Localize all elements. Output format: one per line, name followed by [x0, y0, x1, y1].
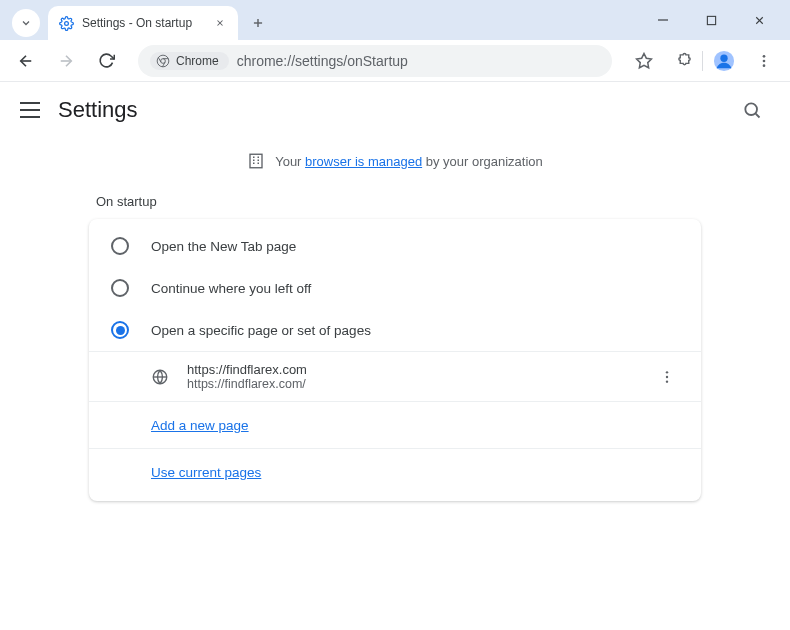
- add-page-row: Add a new page: [89, 401, 701, 448]
- radio-icon: [111, 237, 129, 255]
- star-icon: [635, 52, 653, 70]
- browser-tab[interactable]: Settings - On startup: [48, 6, 238, 40]
- use-current-row: Use current pages: [89, 448, 701, 495]
- reload-icon: [98, 52, 115, 69]
- svg-point-34: [666, 375, 668, 377]
- tab-close-button[interactable]: [212, 15, 228, 31]
- startup-page-item: https://findflarex.com https://findflare…: [89, 351, 701, 401]
- settings-gear-icon: [58, 15, 74, 31]
- use-current-link[interactable]: Use current pages: [151, 465, 261, 480]
- settings-content: Your browser is managed by your organiza…: [0, 138, 790, 501]
- chrome-menu-button[interactable]: [748, 45, 780, 77]
- managed-text: Your browser is managed by your organiza…: [275, 154, 543, 169]
- svg-rect-24: [250, 154, 262, 168]
- back-button[interactable]: [10, 45, 42, 77]
- chevron-down-icon: [20, 17, 32, 29]
- svg-point-18: [720, 54, 727, 61]
- svg-point-20: [763, 59, 766, 62]
- chrome-logo-icon: [156, 54, 170, 68]
- window-titlebar: Settings - On startup: [0, 0, 790, 40]
- option-continue[interactable]: Continue where you left off: [89, 267, 701, 309]
- kebab-icon: [756, 53, 772, 69]
- building-icon: [247, 152, 265, 170]
- url-text: chrome://settings/onStartup: [237, 53, 408, 69]
- search-settings-button[interactable]: [734, 92, 770, 128]
- svg-point-19: [763, 55, 766, 58]
- svg-marker-16: [637, 53, 652, 67]
- page-url-text: https://findflarex.com/: [187, 377, 637, 391]
- page-menu-button[interactable]: [655, 365, 679, 389]
- plus-icon: [251, 16, 265, 30]
- page-title-text: https://findflarex.com: [187, 362, 637, 377]
- arrow-right-icon: [57, 52, 75, 70]
- address-bar[interactable]: Chrome chrome://settings/onStartup: [138, 45, 612, 77]
- maximize-button[interactable]: [696, 5, 726, 35]
- tab-title: Settings - On startup: [82, 16, 204, 30]
- minimize-button[interactable]: [648, 5, 678, 35]
- maximize-icon: [706, 15, 717, 26]
- site-chip-label: Chrome: [176, 54, 219, 68]
- managed-link[interactable]: browser is managed: [305, 154, 422, 169]
- menu-button[interactable]: [20, 100, 40, 120]
- section-label: On startup: [96, 194, 790, 209]
- option-label: Open a specific page or set of pages: [151, 323, 371, 338]
- profile-button[interactable]: [708, 45, 740, 77]
- arrow-left-icon: [17, 52, 35, 70]
- svg-point-22: [745, 103, 757, 115]
- site-chip[interactable]: Chrome: [150, 52, 229, 70]
- minimize-icon: [657, 14, 669, 26]
- new-tab-button[interactable]: [244, 9, 272, 37]
- extensions-button[interactable]: [668, 45, 700, 77]
- add-page-link[interactable]: Add a new page: [151, 418, 249, 433]
- svg-line-23: [756, 114, 760, 118]
- managed-notice: Your browser is managed by your organiza…: [0, 146, 790, 176]
- kebab-icon: [659, 369, 675, 385]
- forward-button[interactable]: [50, 45, 82, 77]
- bookmark-button[interactable]: [628, 45, 660, 77]
- globe-icon: [151, 368, 169, 386]
- radio-icon: [111, 279, 129, 297]
- separator: [702, 51, 703, 71]
- startup-card: Open the New Tab page Continue where you…: [89, 219, 701, 501]
- page-texts: https://findflarex.com https://findflare…: [187, 362, 637, 391]
- svg-point-33: [666, 371, 668, 373]
- close-window-button[interactable]: [744, 5, 774, 35]
- option-new-tab[interactable]: Open the New Tab page: [89, 225, 701, 267]
- svg-rect-6: [707, 16, 715, 24]
- svg-point-21: [763, 64, 766, 67]
- svg-point-0: [64, 21, 68, 25]
- close-icon: [215, 18, 225, 28]
- option-label: Open the New Tab page: [151, 239, 296, 254]
- puzzle-icon: [676, 52, 693, 69]
- option-label: Continue where you left off: [151, 281, 311, 296]
- profile-avatar-icon: [713, 50, 735, 72]
- svg-point-35: [666, 380, 668, 382]
- hamburger-icon: [20, 102, 40, 104]
- settings-header: Settings: [0, 82, 790, 138]
- window-controls: [638, 0, 784, 40]
- search-icon: [742, 100, 762, 120]
- reload-button[interactable]: [90, 45, 122, 77]
- tab-search-button[interactable]: [12, 9, 40, 37]
- option-specific-pages[interactable]: Open a specific page or set of pages: [89, 309, 701, 351]
- close-icon: [753, 14, 766, 27]
- browser-toolbar: Chrome chrome://settings/onStartup: [0, 40, 790, 82]
- page-title: Settings: [58, 97, 138, 123]
- radio-selected-icon: [111, 321, 129, 339]
